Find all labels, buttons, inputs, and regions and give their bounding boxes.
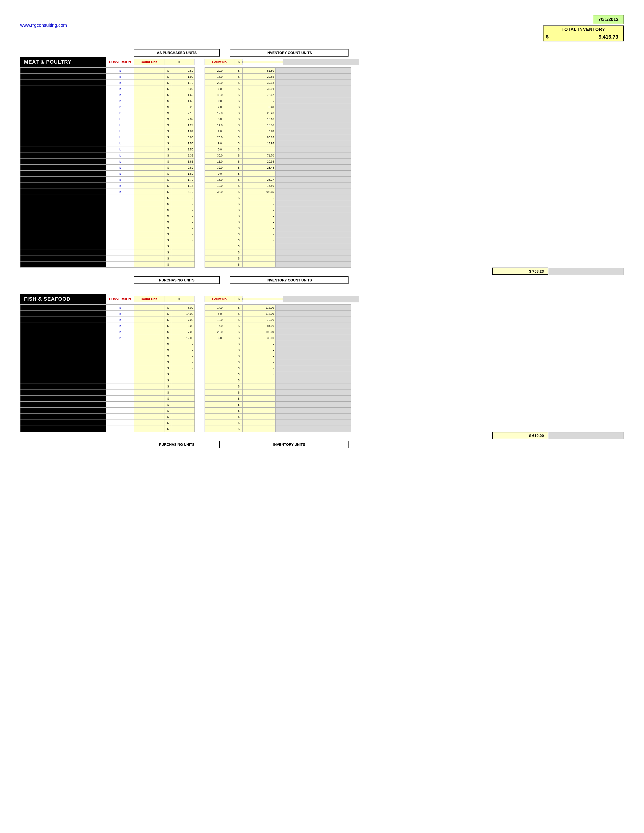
meat-row-20: lb$5.7935.0$202.65 bbox=[21, 189, 351, 195]
meat-price-0: 2.59 bbox=[172, 68, 195, 74]
meat-item-13 bbox=[21, 146, 106, 153]
fish-gray-1 bbox=[275, 311, 351, 317]
meat-gray-17 bbox=[275, 170, 351, 177]
meat-gap-16 bbox=[195, 165, 205, 170]
fish-count-unit-17 bbox=[134, 408, 164, 414]
website-link[interactable]: www.rrgconsulting.com bbox=[20, 23, 67, 28]
meat-count-no-24 bbox=[205, 213, 235, 219]
fish-total-dollar-header: $ bbox=[235, 296, 242, 302]
fish-item-0 bbox=[21, 305, 106, 311]
fish-count-unit-3 bbox=[134, 323, 164, 329]
meat-gap-10 bbox=[195, 128, 205, 134]
meat-total-dollar-7: $ bbox=[235, 110, 243, 116]
fish-item-3 bbox=[21, 323, 106, 329]
meat-count-no-11: 23.0 bbox=[205, 134, 235, 140]
fish-item-12 bbox=[21, 377, 106, 383]
meat-total-9: 18.06 bbox=[243, 122, 275, 128]
meat-count-no-2: 22.0 bbox=[205, 80, 235, 86]
meat-item-23 bbox=[21, 207, 106, 213]
meat-gap-27 bbox=[195, 231, 205, 237]
meat-total-18: 23.27 bbox=[243, 177, 275, 183]
meat-conv-0: lb bbox=[106, 68, 134, 74]
meat-conv-5: lb bbox=[106, 98, 134, 104]
meat-price-12: 1.55 bbox=[172, 140, 195, 146]
fish-item-1 bbox=[21, 311, 106, 317]
meat-title: MEAT & POULTRY bbox=[20, 57, 106, 67]
meat-dollar-19: $ bbox=[164, 183, 172, 189]
meat-count-no-15: 11.0 bbox=[205, 159, 235, 165]
fish-gray-4 bbox=[275, 329, 351, 335]
fish-gray-14 bbox=[275, 389, 351, 396]
meat-gap-11 bbox=[195, 134, 205, 140]
total-inventory-dollar: $ bbox=[543, 33, 560, 41]
fish-count-no-9 bbox=[205, 359, 235, 365]
fish-data-table: lb$8.0014.0$112.00lb$14.008.0$112.00lb$7… bbox=[20, 304, 351, 432]
meat-gap-25 bbox=[195, 219, 205, 225]
meat-gray-8 bbox=[275, 116, 351, 122]
meat-gray-25 bbox=[275, 219, 351, 225]
fish-price-20: - bbox=[172, 426, 195, 432]
fish-gap-11 bbox=[195, 371, 205, 377]
total-inventory-value: 9,416.73 bbox=[560, 33, 623, 41]
meat-conv-22 bbox=[106, 201, 134, 207]
meat-conv-15: lb bbox=[106, 159, 134, 165]
meat-gap-31 bbox=[195, 256, 205, 262]
meat-item-21 bbox=[21, 195, 106, 201]
meat-count-unit-4 bbox=[134, 92, 164, 98]
meat-gray-6 bbox=[275, 104, 351, 110]
fish-gray-13 bbox=[275, 383, 351, 389]
meat-row-2: lb$1.7922.0$39.38 bbox=[21, 80, 351, 86]
fish-count-unit-18 bbox=[134, 414, 164, 420]
meat-row-22: $-$- bbox=[21, 201, 351, 207]
meat-row-24: $-$- bbox=[21, 213, 351, 219]
fish-count-no-4: 28.0 bbox=[205, 329, 235, 335]
meat-gray-30 bbox=[275, 249, 351, 256]
fish-price-2: 7.00 bbox=[172, 317, 195, 323]
fish-gap-1 bbox=[195, 311, 205, 317]
fish-gap-5 bbox=[195, 335, 205, 341]
meat-dollar-20: $ bbox=[164, 189, 172, 195]
fish-count-unit-10 bbox=[134, 365, 164, 371]
meat-count-unit-11 bbox=[134, 134, 164, 140]
meat-price-8: 2.02 bbox=[172, 116, 195, 122]
meat-price-26: - bbox=[172, 225, 195, 231]
fish-row-13: $-$- bbox=[21, 383, 351, 389]
meat-total-14: 71.70 bbox=[243, 153, 275, 159]
meat-price-2: 1.79 bbox=[172, 80, 195, 86]
fish-title: FISH & SEAFOOD bbox=[20, 294, 106, 304]
meat-conv-21 bbox=[106, 195, 134, 201]
meat-count-unit-16 bbox=[134, 165, 164, 170]
fish-item-9 bbox=[21, 359, 106, 365]
fish-dollar-19: $ bbox=[164, 420, 172, 426]
meat-count-unit-18 bbox=[134, 177, 164, 183]
fish-section: FISH & SEAFOOD CONVERSION Count Unit $ C… bbox=[20, 294, 624, 448]
meat-price-20: 5.79 bbox=[172, 189, 195, 195]
fish-total-dollar-13: $ bbox=[235, 383, 243, 389]
fish-total-1: 112.00 bbox=[243, 311, 275, 317]
fish-row-17: $-$- bbox=[21, 408, 351, 414]
fish-count-unit-11 bbox=[134, 371, 164, 377]
meat-conv-13: lb bbox=[106, 146, 134, 153]
fish-row-12: $-$- bbox=[21, 377, 351, 383]
fish-gap-9 bbox=[195, 359, 205, 365]
meat-gray-23 bbox=[275, 207, 351, 213]
fish-sub-headers: FISH & SEAFOOD CONVERSION Count Unit $ C… bbox=[20, 294, 624, 304]
fish-total-16: - bbox=[243, 402, 275, 408]
fish-row-15: $-$- bbox=[21, 396, 351, 402]
fish-count-unit-0 bbox=[134, 305, 164, 311]
meat-dollar-9: $ bbox=[164, 122, 172, 128]
meat-count-unit-27 bbox=[134, 231, 164, 237]
meat-gray-12 bbox=[275, 140, 351, 146]
meat-row-18: lb$1.7913.0$23.27 bbox=[21, 177, 351, 183]
meat-total-dollar-23: $ bbox=[235, 207, 243, 213]
meat-conv-28 bbox=[106, 237, 134, 243]
fish-price-17: - bbox=[172, 408, 195, 414]
meat-count-no-26 bbox=[205, 225, 235, 231]
fish-count-no-16 bbox=[205, 402, 235, 408]
fish-gap-0 bbox=[195, 305, 205, 311]
fish-gray-12 bbox=[275, 377, 351, 383]
meat-total-26: - bbox=[243, 225, 275, 231]
fish-price-15: - bbox=[172, 396, 195, 402]
fish-gap-17 bbox=[195, 408, 205, 414]
meat-price-27: - bbox=[172, 231, 195, 237]
